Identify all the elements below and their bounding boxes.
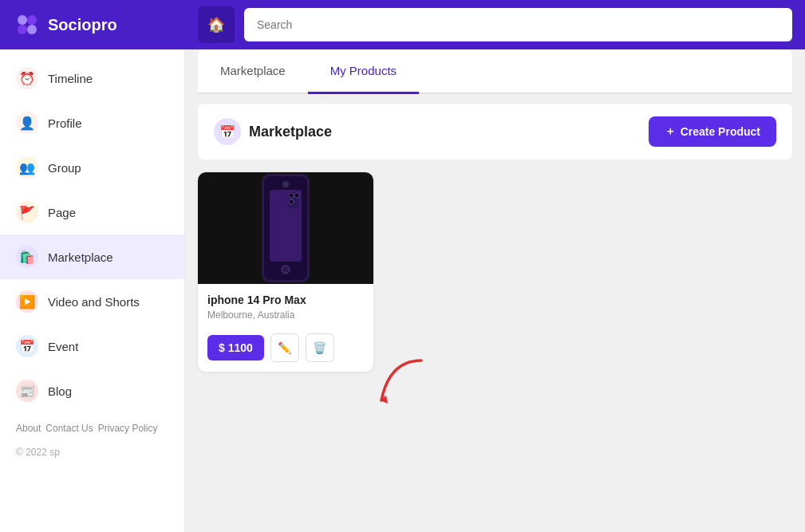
marketplace-icon: 📅	[214, 118, 241, 145]
copyright: © 2022 sp	[0, 443, 184, 467]
svg-point-3	[27, 25, 37, 34]
product-actions: $ 1100 ✏️ 🗑️	[198, 333, 373, 372]
header: Sociopro 🏠	[0, 0, 805, 49]
blog-icon: 📰	[16, 380, 38, 402]
home-button[interactable]: 🏠	[198, 6, 235, 43]
plus-icon: ＋	[665, 124, 676, 139]
contact-link[interactable]: Contact Us	[45, 423, 93, 434]
product-location: Melbourne, Australia	[207, 309, 364, 321]
profile-icon: 👤	[16, 112, 38, 134]
section-title-text: Marketplace	[249, 124, 332, 140]
svg-point-13	[295, 200, 298, 203]
svg-point-2	[18, 25, 27, 34]
home-icon: 🏠	[207, 16, 225, 33]
svg-point-0	[18, 15, 27, 25]
page-icon: 🚩	[16, 201, 38, 223]
event-icon: 📅	[16, 335, 38, 357]
svg-point-11	[294, 193, 299, 198]
main-content: MarketplaceMy Products 📅 Marketplace ＋ C…	[185, 49, 805, 532]
sidebar-label-timeline: Timeline	[48, 72, 93, 85]
product-name: iphone 14 Pro Max	[207, 294, 364, 306]
video-icon: ▶️	[16, 290, 38, 313]
group-icon: 👥	[16, 156, 38, 179]
sidebar-item-blog[interactable]: 📰 Blog	[0, 368, 184, 413]
products-grid: iphone 14 Pro Max Melbourne, Australia $…	[198, 172, 792, 372]
delete-button[interactable]: 🗑️	[306, 333, 334, 362]
svg-point-6	[282, 181, 289, 187]
sidebar-item-event[interactable]: 📅 Event	[0, 324, 184, 368]
brand-name: Sociopro	[48, 16, 117, 34]
about-link[interactable]: About	[16, 423, 41, 434]
marketplace-icon: 🛍️	[16, 246, 38, 268]
create-product-label: Create Product	[681, 125, 760, 138]
search-input[interactable]	[244, 8, 792, 41]
tabs-container: MarketplaceMy Products	[198, 49, 792, 94]
sidebar-label-video: Video and Shorts	[48, 295, 140, 309]
svg-marker-14	[380, 396, 388, 404]
arrow-annotation	[373, 353, 437, 420]
section-header: 📅 Marketplace ＋ Create Product	[198, 104, 792, 160]
trash-icon: 🗑️	[313, 341, 326, 354]
sidebar-label-blog: Blog	[48, 384, 72, 398]
create-product-button[interactable]: ＋ Create Product	[649, 116, 776, 147]
sidebar-label-group: Group	[48, 161, 81, 175]
svg-point-8	[282, 266, 290, 274]
sidebar-item-page[interactable]: 🚩 Page	[0, 190, 184, 234]
sidebar-item-video[interactable]: ▶️ Video and Shorts	[0, 279, 184, 324]
product-info: iphone 14 Pro Max Melbourne, Australia	[198, 284, 373, 333]
svg-point-12	[289, 199, 294, 204]
svg-point-1	[27, 15, 37, 25]
edit-button[interactable]: ✏️	[270, 333, 299, 362]
sidebar-label-marketplace: Marketplace	[48, 250, 113, 264]
sidebar-item-timeline[interactable]: ⏰ Timeline	[0, 56, 184, 100]
tab-marketplace[interactable]: Marketplace	[198, 49, 308, 94]
sidebar-label-profile: Profile	[48, 116, 82, 130]
svg-point-10	[289, 193, 294, 198]
sidebar-item-profile[interactable]: 👤 Profile	[0, 100, 184, 145]
privacy-link[interactable]: Privacy Policy	[98, 423, 158, 434]
logo: Sociopro	[13, 10, 188, 39]
price-button[interactable]: $ 1100	[207, 335, 264, 361]
sidebar: ⏰ Timeline 👤 Profile 👥 Group 🚩 Page 🛍️ M…	[0, 49, 185, 532]
sidebar-label-event: Event	[48, 340, 78, 353]
product-card: iphone 14 Pro Max Melbourne, Australia $…	[198, 172, 373, 372]
timeline-icon: ⏰	[16, 67, 38, 89]
sidebar-footer: About Contact Us Privacy Policy	[0, 413, 184, 443]
sidebar-item-group[interactable]: 👥 Group	[0, 145, 184, 190]
section-title: 📅 Marketplace	[214, 118, 332, 145]
sidebar-label-page: Page	[48, 206, 76, 219]
layout: ⏰ Timeline 👤 Profile 👥 Group 🚩 Page 🛍️ M…	[0, 49, 805, 532]
edit-icon: ✏️	[278, 341, 291, 354]
product-image	[198, 172, 373, 284]
sidebar-item-marketplace[interactable]: 🛍️ Marketplace	[0, 234, 184, 279]
tab-my-products[interactable]: My Products	[308, 49, 419, 94]
